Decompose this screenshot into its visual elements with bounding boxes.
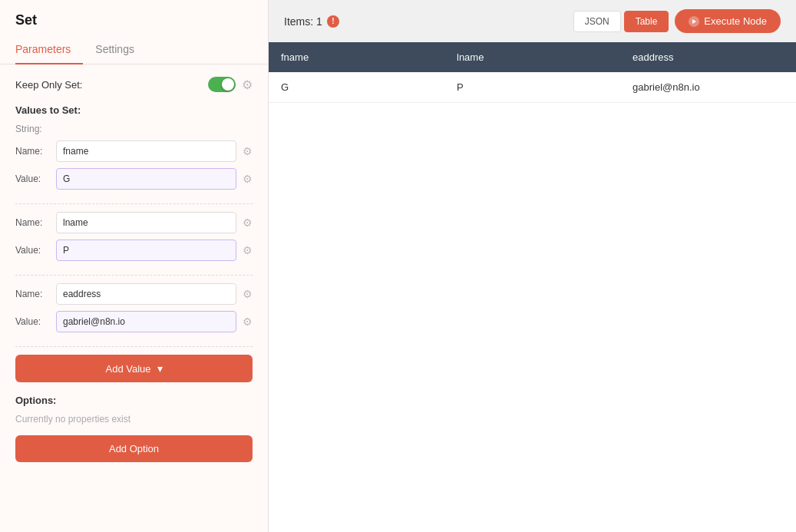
add-value-label: Add Value (105, 363, 150, 375)
tab-parameters[interactable]: Parameters (15, 35, 83, 64)
value-input-1[interactable] (56, 168, 236, 190)
info-badge-icon: ! (327, 15, 339, 28)
name-input-1[interactable] (56, 140, 236, 162)
name-gear-icon-2[interactable]: ⚙ (243, 216, 253, 229)
panel-title: Set (0, 0, 268, 35)
options-section: Options: Currently no properties exist A… (15, 395, 253, 462)
field-row-value-3: Value: ⚙ (15, 311, 253, 332)
execute-play-icon (689, 16, 699, 27)
view-toggle: JSON Table (573, 11, 669, 32)
keep-only-gear-icon[interactable]: ⚙ (242, 78, 253, 92)
data-table: fname lname eaddress G P gabriel@n8n.io (269, 42, 796, 532)
name-input-2[interactable] (56, 212, 236, 233)
right-panel: Items: 1 ! JSON Table Execute Node fname… (269, 0, 796, 532)
cell-fname: G (269, 72, 444, 102)
add-option-button[interactable]: Add Option (15, 435, 253, 462)
json-view-button[interactable]: JSON (573, 11, 621, 32)
value-gear-icon-2[interactable]: ⚙ (243, 244, 253, 256)
field-row-name-1: Name: ⚙ (15, 140, 253, 162)
value-gear-icon-1[interactable]: ⚙ (243, 173, 253, 185)
field-row-value-2: Value: ⚙ (15, 240, 253, 261)
right-controls: JSON Table Execute Node (573, 9, 781, 33)
table-view-button[interactable]: Table (624, 11, 669, 32)
svg-marker-0 (692, 19, 696, 24)
keep-only-toggle[interactable] (208, 77, 236, 92)
add-value-button[interactable]: Add Value ▾ (15, 355, 253, 382)
table-row: G P gabriel@n8n.io (269, 72, 796, 103)
name-input-3[interactable] (56, 283, 236, 305)
table-header: fname lname eaddress (269, 42, 796, 72)
execute-node-button[interactable]: Execute Node (675, 9, 781, 33)
value-input-2[interactable] (56, 240, 236, 261)
items-label: Items: 1 ! (284, 15, 339, 28)
string-sublabel: String: (15, 124, 253, 134)
keep-only-row: Keep Only Set: ⚙ (15, 77, 253, 92)
name-label-1: Name: (15, 146, 50, 157)
panel-body: Keep Only Set: ⚙ Values to Set: String: … (0, 64, 268, 532)
options-title: Options: (15, 395, 253, 406)
field-row-value-1: Value: ⚙ (15, 168, 253, 190)
name-gear-icon-3[interactable]: ⚙ (243, 288, 253, 300)
field-row-name-3: Name: ⚙ (15, 283, 253, 305)
add-value-chevron-icon: ▾ (157, 362, 163, 375)
toggle-wrap: ⚙ (208, 77, 253, 92)
value-gear-icon-3[interactable]: ⚙ (243, 316, 253, 328)
col-header-fname: fname (269, 42, 444, 72)
col-header-lname: lname (444, 42, 620, 72)
tab-settings[interactable]: Settings (95, 35, 147, 64)
col-header-eaddress: eaddress (620, 42, 796, 72)
field-group-3: Name: ⚙ Value: ⚙ (15, 283, 253, 347)
keep-only-label: Keep Only Set: (15, 79, 82, 91)
field-row-name-2: Name: ⚙ (15, 212, 253, 233)
value-input-3[interactable] (56, 311, 236, 332)
right-header: Items: 1 ! JSON Table Execute Node (269, 0, 796, 42)
left-panel: Set Parameters Settings Keep Only Set: ⚙… (0, 0, 269, 532)
tabs-bar: Parameters Settings (0, 35, 268, 64)
execute-label: Execute Node (704, 15, 767, 27)
cell-eaddress: gabriel@n8n.io (620, 72, 796, 102)
no-properties-message: Currently no properties exist (15, 411, 253, 428)
items-count: Items: 1 (284, 15, 322, 28)
name-label-2: Name: (15, 217, 50, 228)
name-label-3: Name: (15, 289, 50, 299)
values-to-set-label: Values to Set: (15, 104, 253, 116)
field-group-1: Name: ⚙ Value: ⚙ (15, 140, 253, 204)
value-label-2: Value: (15, 245, 50, 256)
field-group-2: Name: ⚙ Value: ⚙ (15, 212, 253, 276)
value-label-1: Value: (15, 173, 50, 184)
name-gear-icon-1[interactable]: ⚙ (243, 145, 253, 157)
value-label-3: Value: (15, 316, 50, 327)
cell-lname: P (444, 72, 620, 102)
